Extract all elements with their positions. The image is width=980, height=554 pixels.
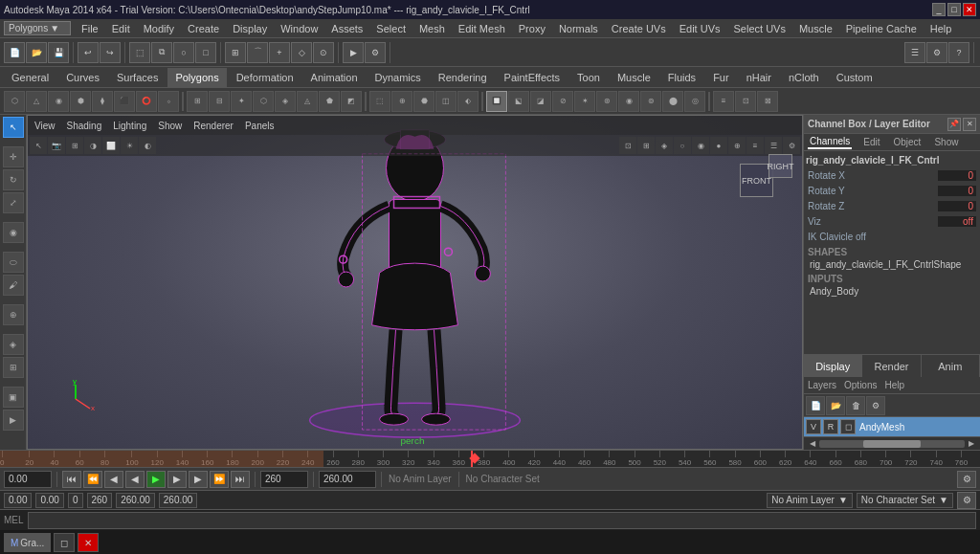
shelf-icon-15[interactable]: ⬟: [319, 91, 340, 112]
shelf-icon-1[interactable]: ⬡: [4, 91, 25, 112]
vp-shading-icon[interactable]: ◑: [84, 137, 101, 154]
shelf-icon-6[interactable]: ⬛: [114, 91, 135, 112]
shelf-icon-17[interactable]: ⬚: [369, 91, 390, 112]
tab-general[interactable]: General: [4, 68, 56, 87]
render-button[interactable]: ▶: [343, 42, 364, 63]
end-time-field[interactable]: 260: [260, 471, 308, 488]
lasso-button[interactable]: ⬭: [3, 252, 24, 273]
shelf-icon-10[interactable]: ⊟: [209, 91, 230, 112]
shelf-icon-14[interactable]: ◬: [297, 91, 318, 112]
channel-viz-value[interactable]: off: [938, 216, 976, 227]
show-menu-button[interactable]: ☰: [904, 42, 925, 63]
redo-button[interactable]: ↪: [100, 42, 121, 63]
shelf-icon-2[interactable]: △: [26, 91, 47, 112]
vp-icon-r4[interactable]: ○: [674, 137, 691, 154]
cb-tab-edit[interactable]: Edit: [861, 136, 881, 148]
layer-name[interactable]: AndyMesh: [858, 422, 978, 432]
shelf-icon-5[interactable]: ⧫: [92, 91, 113, 112]
go-end-button[interactable]: ⏭: [231, 471, 250, 488]
layer-render-button[interactable]: R: [823, 419, 838, 434]
tab-surfaces[interactable]: Surfaces: [109, 68, 166, 87]
move-tool-button[interactable]: ✛: [3, 146, 24, 167]
shelf-icon-28[interactable]: ◉: [618, 91, 639, 112]
snap-surface-button[interactable]: ◇: [291, 42, 312, 63]
frame-field-1[interactable]: 260.00: [116, 493, 155, 508]
menu-assets[interactable]: Assets: [328, 22, 366, 35]
select-hier-button[interactable]: ⧉: [151, 42, 172, 63]
time-field-1[interactable]: 0.00: [4, 493, 32, 508]
vp-menu-show[interactable]: Show: [155, 120, 185, 132]
next-key-button[interactable]: ⏩: [210, 471, 229, 488]
tab-polygons[interactable]: Polygons: [167, 68, 226, 87]
layer-options-icon[interactable]: ⚙: [866, 396, 885, 415]
vp-light-icon[interactable]: ☀: [121, 137, 138, 154]
menu-select[interactable]: Select: [373, 22, 409, 35]
shelf-icon-22[interactable]: 🔲: [486, 91, 507, 112]
shelf-icon-34[interactable]: ⊠: [757, 91, 778, 112]
layer-folder-icon[interactable]: 📂: [826, 396, 845, 415]
scale-tool-button[interactable]: ⤢: [3, 192, 24, 213]
ipr-button[interactable]: ▶: [3, 410, 24, 431]
view-cube-right[interactable]: RIGHT: [768, 154, 792, 178]
render-settings-button[interactable]: ⚙: [365, 42, 386, 63]
shelf-icon-8[interactable]: ⬦: [158, 91, 179, 112]
layer-tab-display[interactable]: Display: [804, 355, 862, 378]
vp-menu-panels[interactable]: Panels: [242, 120, 278, 132]
snap-to-button[interactable]: ◈: [3, 334, 24, 355]
tab-painteffects[interactable]: PaintEffects: [497, 68, 568, 87]
vp-menu-lighting[interactable]: Lighting: [110, 120, 149, 132]
layer-subtab-options[interactable]: Options: [844, 380, 877, 390]
shelf-icon-4[interactable]: ⬢: [70, 91, 91, 112]
shelf-icon-3[interactable]: ◉: [48, 91, 69, 112]
cb-tab-show[interactable]: Show: [932, 136, 960, 148]
tab-dynamics[interactable]: Dynamics: [368, 68, 429, 87]
scroll-thumb[interactable]: [863, 440, 922, 448]
status-options-button[interactable]: ⚙: [957, 492, 976, 509]
shelf-icon-24[interactable]: ◪: [530, 91, 551, 112]
inputs-item[interactable]: Andy_Body: [806, 285, 978, 298]
play-button[interactable]: ▶: [146, 471, 166, 488]
menu-proxy[interactable]: Proxy: [516, 22, 548, 35]
tab-fluids[interactable]: Fluids: [660, 68, 703, 87]
menu-display[interactable]: Display: [230, 22, 270, 35]
shelf-icon-26[interactable]: ✶: [574, 91, 595, 112]
timeline[interactable]: 0204060801001201401601802002202402602803…: [0, 450, 980, 467]
go-start-button[interactable]: ⏮: [62, 471, 81, 488]
paint-button[interactable]: 🖌: [3, 275, 24, 296]
grid-toggle-button[interactable]: ⊞: [3, 357, 24, 378]
shelf-icon-7[interactable]: ⭕: [136, 91, 157, 112]
shelf-icon-25[interactable]: ⊘: [552, 91, 573, 112]
tab-rendering[interactable]: Rendering: [431, 68, 495, 87]
taskbar-maya-button[interactable]: M Gra...: [4, 533, 51, 552]
tab-custom[interactable]: Custom: [829, 68, 880, 87]
menu-normals[interactable]: Normals: [556, 22, 601, 35]
select-all-button[interactable]: ⬚: [129, 42, 150, 63]
layer-subtab-layers[interactable]: Layers: [808, 380, 836, 390]
polygon-selector[interactable]: Polygons ▼: [4, 21, 71, 35]
panel-pin-button[interactable]: 📌: [947, 118, 961, 131]
shelf-icon-16[interactable]: ◩: [341, 91, 362, 112]
vp-grid-icon[interactable]: ⊞: [66, 137, 83, 154]
shelf-icon-29[interactable]: ⊚: [640, 91, 661, 112]
vp-icon-r6[interactable]: ●: [710, 137, 727, 154]
cb-tab-channels[interactable]: Channels: [808, 135, 852, 149]
select-obj-button[interactable]: ○: [173, 42, 194, 63]
layer-tab-render[interactable]: Render: [862, 355, 921, 378]
play-back-button[interactable]: ◀: [125, 471, 145, 488]
view-cube[interactable]: FRONT RIGHT: [740, 144, 792, 197]
taskbar-button-2[interactable]: ◻: [54, 533, 75, 552]
shelf-icon-9[interactable]: ⊞: [187, 91, 208, 112]
menu-mesh[interactable]: Mesh: [416, 22, 448, 35]
mel-input[interactable]: [28, 512, 976, 529]
menu-pipelinecache[interactable]: Pipeline Cache: [843, 22, 920, 35]
layer-subtab-help[interactable]: Help: [884, 380, 904, 390]
new-scene-button[interactable]: 📄: [4, 42, 25, 63]
tab-toon[interactable]: Toon: [569, 68, 608, 87]
frame-field-2[interactable]: 260.00: [159, 493, 198, 508]
snap-live-button[interactable]: ⊙: [313, 42, 334, 63]
scroll-track[interactable]: [819, 440, 965, 448]
menu-editmesh[interactable]: Edit Mesh: [456, 22, 508, 35]
help-button[interactable]: ?: [948, 42, 969, 63]
soft-select-button[interactable]: ◉: [3, 222, 24, 243]
select-comp-button[interactable]: □: [195, 42, 216, 63]
